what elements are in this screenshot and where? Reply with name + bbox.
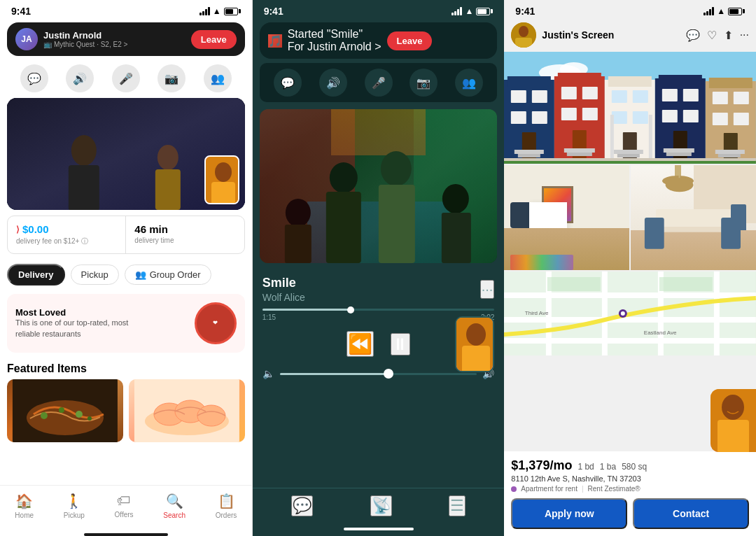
baths: 1 ba (600, 462, 616, 472)
svg-text:Eastland Ave: Eastland Ave (644, 330, 677, 336)
svg-rect-22 (285, 225, 312, 263)
tag-divider: | (582, 485, 584, 493)
queue-btn[interactable]: ☰ (449, 495, 465, 516)
music-note-icon: 🎵 (268, 35, 282, 47)
nav-search[interactable]: 🔍 Search (163, 493, 186, 519)
leave-button-p1[interactable]: Leave (191, 30, 237, 49)
svg-rect-84 (718, 154, 741, 157)
svg-point-12 (59, 407, 64, 413)
camera-btn-p2[interactable]: 📷 (410, 69, 438, 97)
nav-search-label: Search (163, 512, 186, 519)
svg-point-14 (88, 416, 92, 421)
share-icon-p3[interactable]: ⬆ (724, 29, 733, 42)
comment-icon-p3[interactable]: 💬 (686, 29, 700, 42)
svg-rect-49 (561, 87, 577, 99)
svg-rect-63 (614, 150, 643, 154)
kitchen-svg (631, 165, 756, 270)
for-label: For Justin Arnold > (288, 41, 382, 53)
leave-button-p2[interactable]: Leave (387, 31, 433, 50)
mic-btn-p2[interactable]: 🎤 (365, 69, 393, 97)
delivery-tab[interactable]: Delivery (7, 264, 65, 285)
svg-rect-46 (518, 154, 540, 157)
svg-rect-57 (608, 76, 652, 87)
nav-orders[interactable]: 📋 Orders (216, 493, 237, 519)
svg-rect-66 (649, 115, 652, 164)
bar2 (202, 11, 204, 15)
bar4 (712, 7, 714, 15)
order-type-row: Delivery Pickup 👥 Group Order (0, 260, 252, 290)
mic-btn-p1[interactable]: 🎤 (112, 64, 140, 92)
bar2 (454, 11, 456, 15)
rug (510, 255, 573, 271)
camera-btn-p1[interactable]: 📷 (158, 64, 186, 92)
svg-rect-99 (714, 271, 720, 355)
svg-rect-59 (633, 90, 648, 103)
lyrics-btn[interactable]: 💬 (291, 495, 313, 516)
svg-point-23 (330, 162, 358, 193)
speaker-btn-p1[interactable]: 🔊 (66, 64, 94, 92)
svg-rect-42 (511, 111, 526, 124)
signal-icon (200, 7, 210, 15)
apply-now-button[interactable]: Apply now (511, 498, 627, 529)
user-avatar-p1: JA (15, 28, 38, 50)
zillow-panel: 9:41 ▲ (504, 0, 756, 536)
bar4 (460, 7, 462, 15)
coffee-table (529, 202, 567, 229)
status-bar-p2: 9:41 ▲ (253, 0, 505, 20)
bar2 (706, 11, 708, 15)
property-details: $1,379/mo 1 bd 1 ba 580 sq 8110 12th Ave… (504, 451, 756, 536)
svg-rect-55 (567, 153, 592, 156)
time-current: 1:15 (262, 313, 276, 321)
speaker-btn-p2[interactable]: 🔊 (319, 69, 347, 97)
time-p3: 9:41 (515, 6, 535, 17)
svg-rect-64 (617, 154, 640, 157)
svg-point-4 (158, 145, 178, 170)
airplay-btn[interactable]: 📡 (370, 495, 392, 516)
bar3 (457, 9, 459, 15)
status-icons-p2: ▲ (451, 6, 493, 16)
svg-rect-39 (507, 76, 551, 87)
svg-rect-50 (582, 87, 598, 99)
nav-home-label: Home (15, 512, 34, 519)
delivery-price: ⟩ $0.00 (16, 223, 117, 235)
pickup-tab[interactable]: Pickup (71, 265, 119, 285)
rewind-btn[interactable]: ⏪ (346, 331, 374, 357)
contact-button[interactable]: Contact (633, 498, 749, 529)
nav-offers[interactable]: 🏷 Offers (115, 493, 134, 519)
map-svg: Third Ave Eastland Ave (504, 271, 756, 355)
transport-row: ⏪ ⏸ (253, 324, 505, 364)
svg-rect-79 (734, 92, 749, 104)
group-order-tab[interactable]: 👥 Group Order (125, 265, 211, 285)
svg-point-7 (215, 162, 232, 182)
video-main-p1 (7, 98, 245, 210)
svg-rect-45 (514, 150, 544, 154)
pause-btn[interactable]: ⏸ (391, 333, 410, 355)
battery-icon-p2 (476, 8, 493, 15)
control-row-p1: 💬 🔊 🎤 📷 👥 (0, 59, 252, 98)
svg-point-25 (381, 151, 412, 186)
nav-pickup[interactable]: 🚶 Pickup (64, 493, 85, 519)
message-btn-p1[interactable]: 💬 (20, 64, 48, 92)
home-indicator-p1 (84, 533, 168, 536)
progress-bar[interactable] (262, 309, 495, 311)
shareplay-btn-p2[interactable]: 👥 (455, 69, 483, 97)
nav-home[interactable]: 🏠 Home (15, 493, 34, 519)
more-options-btn[interactable]: ··· (480, 280, 495, 299)
svg-rect-5 (155, 169, 181, 210)
message-btn-p2[interactable]: 💬 (274, 69, 302, 97)
svg-point-13 (76, 411, 83, 418)
heart-icon-p3[interactable]: ♡ (707, 29, 717, 42)
home-icon: 🏠 (15, 493, 33, 509)
band-svg (260, 109, 498, 263)
volume-bar[interactable] (280, 373, 477, 375)
svg-rect-75 (666, 153, 692, 156)
svg-point-21 (286, 199, 311, 227)
svg-rect-91 (721, 218, 741, 249)
shareplay-btn-p1[interactable]: 👥 (204, 64, 232, 92)
svg-rect-74 (664, 148, 694, 153)
delivery-time-col: 46 min delivery time (126, 216, 244, 253)
more-icon-p3[interactable]: ··· (740, 29, 749, 42)
map-image[interactable]: Third Ave Eastland Ave (504, 271, 756, 355)
bar3 (205, 9, 207, 15)
cta-row: Apply now Contact (511, 498, 749, 529)
